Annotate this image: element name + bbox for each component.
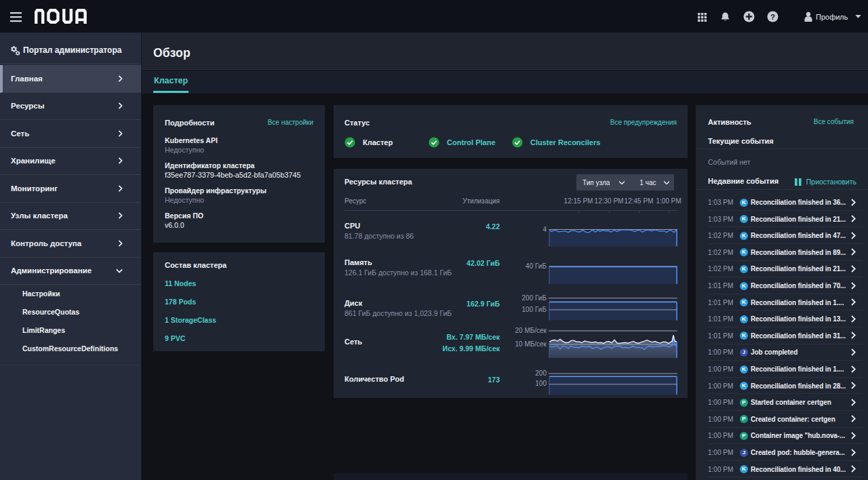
svg-text:?: ?	[770, 13, 775, 21]
